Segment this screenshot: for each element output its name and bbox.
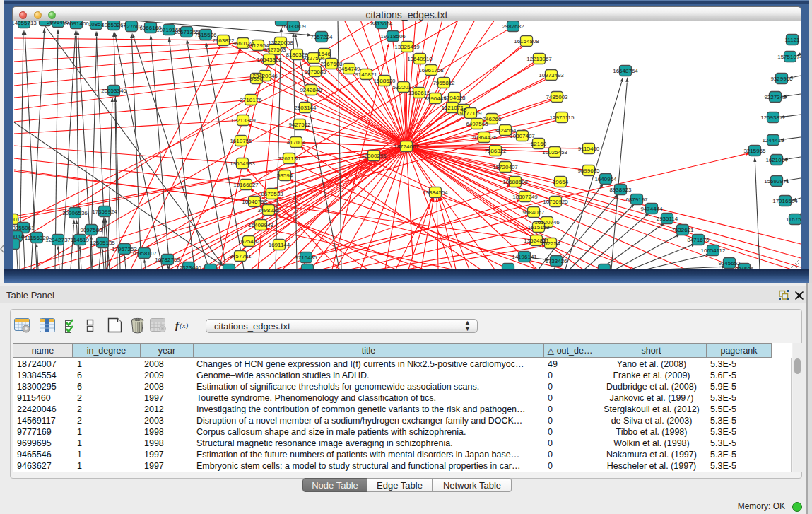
svg-text:62160: 62160 [531, 141, 547, 147]
svg-text:19384554: 19384554 [423, 189, 448, 196]
svg-text:9474444: 9474444 [640, 206, 663, 212]
svg-text:9329966: 9329966 [770, 76, 793, 82]
svg-text:10756925: 10756925 [543, 199, 568, 205]
svg-text:14196141: 14196141 [512, 254, 537, 260]
svg-text:2718176: 2718176 [240, 97, 262, 103]
svg-text:10958107: 10958107 [131, 250, 157, 257]
svg-text:20053346: 20053346 [101, 88, 126, 94]
svg-text:18724007: 18724007 [394, 144, 419, 150]
svg-text:252254: 252254 [541, 240, 560, 247]
svg-text:9777169: 9777169 [459, 110, 482, 117]
svg-text:9716485: 9716485 [295, 255, 317, 261]
svg-text:2935114: 2935114 [657, 216, 678, 222]
svg-text:19654: 19654 [553, 179, 569, 185]
svg-text:7663822: 7663822 [212, 37, 235, 44]
svg-text:12942737: 12942737 [45, 237, 71, 243]
svg-text:7625402: 7625402 [237, 238, 260, 245]
svg-text:7986322: 7986322 [484, 148, 507, 154]
svg-text:8355061: 8355061 [13, 225, 35, 231]
svg-text:15720407: 15720407 [493, 164, 518, 170]
svg-text:1244415: 1244415 [762, 137, 784, 144]
svg-text:9699695: 9699695 [577, 168, 600, 174]
svg-text:16154808: 16154808 [514, 38, 539, 45]
svg-text:16961758: 16961758 [418, 67, 444, 74]
svg-text:20691406: 20691406 [64, 21, 89, 27]
svg-text:9084067: 9084067 [522, 209, 545, 216]
svg-text:116753: 116753 [786, 216, 801, 223]
svg-text:15001: 15001 [13, 216, 20, 223]
svg-text:7632621: 7632621 [671, 227, 694, 233]
svg-text:5675685: 5675685 [304, 69, 326, 75]
svg-text:417004: 417004 [287, 139, 306, 146]
svg-text:10973493: 10973493 [539, 72, 564, 78]
svg-text:16033809: 16033809 [281, 23, 306, 30]
svg-text:8813054: 8813054 [370, 21, 393, 27]
svg-text:10807487: 10807487 [510, 133, 535, 139]
svg-text:3215955: 3215955 [743, 148, 766, 154]
svg-text:3267130: 3267130 [278, 156, 300, 162]
svg-text:7955812: 7955812 [433, 80, 455, 86]
svg-text:12505135: 12505135 [90, 240, 115, 246]
svg-text:8938923: 8938923 [609, 187, 632, 193]
svg-text:17016504: 17016504 [772, 198, 798, 204]
svg-text:10654112: 10654112 [701, 247, 726, 254]
svg-text:7485003: 7485003 [546, 94, 568, 100]
svg-text:15751074: 15751074 [777, 54, 801, 60]
svg-text:19166827: 19166827 [233, 182, 259, 188]
svg-text:7357224: 7357224 [310, 34, 333, 40]
svg-text:1733426: 1733426 [545, 258, 567, 264]
svg-text:9227342: 9227342 [764, 94, 787, 100]
svg-text:3498222: 3498222 [257, 207, 280, 214]
svg-text:10688609: 10688609 [502, 179, 528, 185]
svg-text:18807249: 18807249 [512, 194, 538, 200]
svg-text:1640954: 1640954 [594, 176, 617, 182]
svg-text:1588520: 1588520 [373, 78, 396, 84]
svg-text:924506: 924506 [735, 266, 754, 269]
svg-text:746266: 746266 [483, 116, 502, 122]
svg-text:53594: 53594 [277, 173, 293, 179]
svg-text:(x): (x) [180, 321, 189, 330]
svg-text:39114: 39114 [13, 233, 24, 240]
svg-text:12093872: 12093872 [760, 115, 786, 121]
svg-text:14055713: 14055713 [13, 21, 37, 26]
svg-text:9427552: 9427552 [288, 122, 311, 128]
svg-text:12213369: 12213369 [230, 117, 256, 124]
svg-text:2803144: 2803144 [294, 105, 317, 111]
svg-text:19218506: 19218506 [380, 33, 406, 40]
svg-text:12975115: 12975115 [550, 115, 575, 121]
svg-text:9890: 9890 [250, 76, 263, 82]
svg-text:9457791: 9457791 [229, 253, 252, 259]
svg-text:1691144: 1691144 [269, 242, 290, 248]
svg-text:9115460: 9115460 [578, 146, 600, 152]
svg-text:16782759: 16782759 [155, 257, 180, 263]
svg-text:20206536: 20206536 [62, 210, 88, 216]
svg-text:9097588: 9097588 [80, 227, 102, 233]
svg-text:20364436: 20364436 [471, 134, 497, 141]
svg-text:1615152: 1615152 [527, 224, 550, 230]
svg-text:13640910: 13640910 [407, 56, 433, 62]
svg-text:9146821: 9146821 [355, 71, 377, 78]
svg-text:6794028: 6794028 [443, 95, 466, 101]
svg-text:16409948: 16409948 [248, 222, 273, 228]
svg-text:9327503: 9327503 [264, 47, 286, 53]
svg-text:15692971: 15692971 [764, 178, 789, 185]
svg-text:13325419: 13325419 [394, 44, 420, 50]
svg-text:16543362: 16543362 [257, 57, 282, 63]
svg-text:2987682: 2987682 [502, 23, 524, 30]
svg-text:12213967: 12213967 [526, 56, 552, 62]
svg-text:16648764: 16648764 [613, 68, 638, 74]
svg-text:11121: 11121 [784, 37, 800, 43]
svg-text:13226058: 13226058 [268, 40, 293, 46]
svg-text:8678533: 8678533 [261, 191, 283, 197]
svg-text:9242848: 9242848 [300, 87, 322, 93]
svg-text:12323446: 12323446 [176, 264, 201, 269]
svg-text:114519: 114519 [71, 237, 90, 243]
svg-text:17359924: 17359924 [92, 209, 117, 215]
svg-text:1621064: 1621064 [765, 157, 788, 163]
svg-text:16046798: 16046798 [242, 199, 267, 205]
svg-text:10025453: 10025453 [542, 149, 567, 156]
svg-text:1546: 1546 [318, 51, 331, 57]
svg-text:19654983: 19654983 [230, 160, 255, 167]
svg-text:18300295: 18300295 [361, 153, 387, 159]
svg-text:8471676: 8471676 [687, 237, 710, 243]
